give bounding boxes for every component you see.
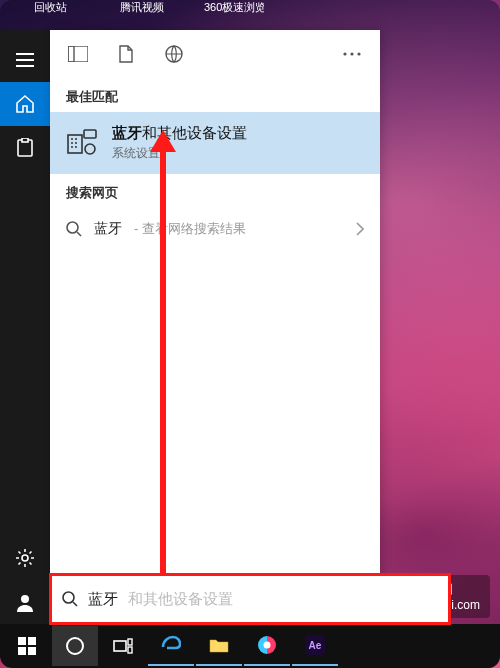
svg-point-13 — [71, 142, 73, 144]
best-match-title-bold: 蓝牙 — [112, 124, 142, 141]
svg-point-9 — [357, 52, 360, 55]
svg-rect-23 — [18, 647, 26, 655]
account-button[interactable] — [0, 580, 50, 624]
svg-rect-10 — [68, 135, 82, 153]
taskbar: Ae — [0, 624, 500, 668]
best-match-text: 蓝牙和其他设备设置 系统设置 — [112, 124, 247, 162]
search-ghost-text: 和其他设备设置 — [128, 590, 233, 609]
svg-point-15 — [71, 146, 73, 148]
svg-point-30 — [264, 642, 271, 649]
svg-rect-22 — [28, 637, 36, 645]
desktop-icons-row: 回收站 腾讯视频 360极速浏览器 — [0, 0, 500, 30]
best-match-item[interactable]: 蓝牙和其他设备设置 系统设置 — [50, 112, 380, 174]
desktop-icon[interactable]: 腾讯视频 — [112, 0, 172, 15]
home-button[interactable] — [0, 82, 50, 126]
search-icon — [62, 591, 78, 607]
web-search-label: 搜索网页 — [50, 174, 380, 208]
svg-point-25 — [67, 638, 83, 654]
settings-gear-button[interactable] — [0, 536, 50, 580]
svg-rect-1 — [22, 138, 28, 142]
task-view-button[interactable] — [100, 626, 146, 666]
svg-point-3 — [21, 595, 29, 603]
svg-rect-21 — [18, 637, 26, 645]
svg-point-19 — [67, 222, 78, 233]
clipboard-button[interactable] — [0, 126, 50, 170]
svg-point-11 — [71, 138, 73, 140]
svg-point-7 — [343, 52, 346, 55]
panel-body: 最佳匹配 蓝牙和其他设备设置 系统设置 搜索网页 — [50, 78, 380, 624]
svg-rect-26 — [114, 641, 126, 651]
chevron-right-icon — [356, 222, 364, 236]
best-match-label: 最佳匹配 — [50, 78, 380, 112]
search-results-panel: 最佳匹配 蓝牙和其他设备设置 系统设置 搜索网页 — [50, 30, 380, 624]
web-query: 蓝牙 — [94, 220, 122, 238]
svg-point-8 — [350, 52, 353, 55]
camera360-button[interactable] — [244, 626, 290, 666]
search-icon — [66, 221, 82, 237]
svg-point-14 — [75, 142, 77, 144]
filter-web-icon[interactable] — [154, 34, 194, 74]
more-options-icon[interactable] — [332, 34, 372, 74]
filter-documents-icon[interactable] — [106, 34, 146, 74]
start-search-rail — [0, 30, 50, 624]
best-match-subtitle: 系统设置 — [112, 145, 247, 162]
search-input-box[interactable]: 蓝牙和其他设备设置 — [50, 574, 450, 624]
devices-settings-icon — [66, 127, 98, 159]
cortana-search-button[interactable] — [52, 626, 98, 666]
desktop-icon[interactable]: 回收站 — [20, 0, 80, 15]
svg-point-16 — [75, 146, 77, 148]
filter-recent-icon[interactable] — [58, 34, 98, 74]
svg-text:Ae: Ae — [309, 640, 322, 651]
panel-filter-tabs — [50, 30, 380, 78]
svg-point-12 — [75, 138, 77, 140]
svg-rect-17 — [84, 130, 96, 138]
svg-point-18 — [85, 144, 95, 154]
search-typed-text: 蓝牙 — [88, 590, 118, 609]
web-hint: - 查看网络搜索结果 — [134, 220, 246, 238]
desktop-icon[interactable]: 360极速浏览器 — [204, 0, 264, 15]
after-effects-button[interactable]: Ae — [292, 626, 338, 666]
annotation-arrow — [160, 148, 166, 578]
hamburger-button[interactable] — [0, 38, 50, 82]
svg-point-20 — [63, 592, 74, 603]
start-button[interactable] — [4, 626, 50, 666]
svg-rect-5 — [68, 46, 74, 62]
web-search-row[interactable]: 蓝牙 - 查看网络搜索结果 — [50, 208, 380, 250]
edge-browser-button[interactable] — [148, 626, 194, 666]
svg-point-2 — [22, 555, 28, 561]
svg-rect-27 — [128, 639, 132, 645]
svg-rect-4 — [68, 46, 88, 62]
svg-rect-24 — [28, 647, 36, 655]
svg-rect-28 — [128, 647, 132, 653]
file-explorer-button[interactable] — [196, 626, 242, 666]
